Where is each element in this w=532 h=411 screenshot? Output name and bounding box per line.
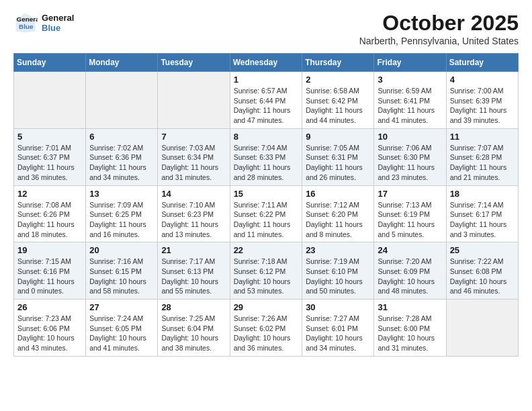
day-info: Sunrise: 7:04 AM Sunset: 6:33 PM Dayligh…: [234, 143, 299, 183]
day-number: 17: [378, 189, 442, 199]
calendar-day-20: 20Sunrise: 7:16 AM Sunset: 6:15 PM Dayli…: [86, 242, 158, 300]
day-info: Sunrise: 7:24 AM Sunset: 6:05 PM Dayligh…: [89, 314, 154, 353]
day-number: 25: [450, 245, 515, 255]
calendar-week-row: 5Sunrise: 7:01 AM Sunset: 6:37 PM Daylig…: [14, 128, 519, 185]
day-info: Sunrise: 7:10 AM Sunset: 6:23 PM Dayligh…: [161, 200, 226, 240]
day-info: Sunrise: 7:25 AM Sunset: 6:04 PM Dayligh…: [161, 314, 226, 353]
calendar-week-row: 1Sunrise: 6:57 AM Sunset: 6:44 PM Daylig…: [14, 72, 519, 129]
title-block: October 2025 Narberth, Pennsylvania, Uni…: [359, 11, 519, 46]
calendar-day-7: 7Sunrise: 7:03 AM Sunset: 6:34 PM Daylig…: [158, 128, 230, 185]
calendar-day-27: 27Sunrise: 7:24 AM Sunset: 6:05 PM Dayli…: [86, 300, 158, 357]
day-info: Sunrise: 6:59 AM Sunset: 6:41 PM Dayligh…: [378, 86, 442, 126]
svg-text:General: General: [17, 15, 38, 23]
day-number: 22: [234, 245, 299, 255]
calendar-header-monday: Monday: [86, 54, 158, 72]
day-number: 28: [161, 302, 226, 312]
day-info: Sunrise: 7:07 AM Sunset: 6:28 PM Dayligh…: [450, 143, 515, 183]
day-number: 19: [17, 245, 82, 255]
day-number: 3: [378, 75, 442, 85]
day-info: Sunrise: 7:20 AM Sunset: 6:09 PM Dayligh…: [378, 257, 442, 296]
calendar-header-thursday: Thursday: [302, 54, 374, 72]
calendar-day-29: 29Sunrise: 7:26 AM Sunset: 6:02 PM Dayli…: [230, 300, 302, 357]
day-info: Sunrise: 7:06 AM Sunset: 6:30 PM Dayligh…: [378, 143, 442, 183]
day-info: Sunrise: 7:14 AM Sunset: 6:17 PM Dayligh…: [450, 200, 515, 240]
day-number: 6: [89, 132, 154, 142]
calendar-day-25: 25Sunrise: 7:22 AM Sunset: 6:08 PM Dayli…: [446, 242, 518, 300]
calendar-header-sunday: Sunday: [14, 54, 86, 72]
calendar-header-row: SundayMondayTuesdayWednesdayThursdayFrid…: [14, 54, 519, 72]
calendar-day-3: 3Sunrise: 6:59 AM Sunset: 6:41 PM Daylig…: [374, 72, 446, 129]
calendar-header-tuesday: Tuesday: [158, 54, 230, 72]
logo-text-blue: Blue: [42, 23, 74, 33]
calendar-header-wednesday: Wednesday: [230, 54, 302, 72]
calendar-day-empty: [158, 72, 230, 129]
day-info: Sunrise: 7:23 AM Sunset: 6:06 PM Dayligh…: [17, 314, 82, 353]
day-number: 8: [234, 132, 299, 142]
calendar-day-17: 17Sunrise: 7:13 AM Sunset: 6:19 PM Dayli…: [374, 185, 446, 242]
page-header: General Blue General Blue October 2025 N…: [13, 11, 519, 46]
calendar-day-31: 31Sunrise: 7:28 AM Sunset: 6:00 PM Dayli…: [374, 300, 446, 357]
day-number: 15: [234, 189, 299, 199]
logo-text-general: General: [42, 13, 74, 23]
logo: General Blue General Blue: [13, 11, 74, 35]
calendar-day-6: 6Sunrise: 7:02 AM Sunset: 6:36 PM Daylig…: [86, 128, 158, 185]
day-info: Sunrise: 7:13 AM Sunset: 6:19 PM Dayligh…: [378, 200, 442, 240]
day-info: Sunrise: 7:03 AM Sunset: 6:34 PM Dayligh…: [161, 143, 226, 183]
calendar-day-8: 8Sunrise: 7:04 AM Sunset: 6:33 PM Daylig…: [230, 128, 302, 185]
day-info: Sunrise: 6:57 AM Sunset: 6:44 PM Dayligh…: [234, 86, 299, 126]
day-number: 9: [306, 132, 370, 142]
calendar-week-row: 12Sunrise: 7:08 AM Sunset: 6:26 PM Dayli…: [14, 185, 519, 242]
day-info: Sunrise: 7:19 AM Sunset: 6:10 PM Dayligh…: [306, 257, 370, 296]
calendar-week-row: 19Sunrise: 7:15 AM Sunset: 6:16 PM Dayli…: [14, 242, 519, 300]
day-number: 23: [306, 245, 370, 255]
calendar-day-19: 19Sunrise: 7:15 AM Sunset: 6:16 PM Dayli…: [14, 242, 86, 300]
logo-icon: General Blue: [13, 11, 38, 35]
day-info: Sunrise: 6:58 AM Sunset: 6:42 PM Dayligh…: [306, 86, 370, 126]
calendar-day-4: 4Sunrise: 7:00 AM Sunset: 6:39 PM Daylig…: [446, 72, 518, 129]
calendar-day-11: 11Sunrise: 7:07 AM Sunset: 6:28 PM Dayli…: [446, 128, 518, 185]
day-info: Sunrise: 7:18 AM Sunset: 6:12 PM Dayligh…: [234, 257, 299, 296]
month-title: October 2025: [359, 11, 519, 36]
calendar-day-13: 13Sunrise: 7:09 AM Sunset: 6:25 PM Dayli…: [86, 185, 158, 242]
day-number: 27: [89, 302, 154, 312]
day-info: Sunrise: 7:22 AM Sunset: 6:08 PM Dayligh…: [450, 257, 515, 296]
calendar-day-9: 9Sunrise: 7:05 AM Sunset: 6:31 PM Daylig…: [302, 128, 374, 185]
calendar-day-24: 24Sunrise: 7:20 AM Sunset: 6:09 PM Dayli…: [374, 242, 446, 300]
day-info: Sunrise: 7:15 AM Sunset: 6:16 PM Dayligh…: [17, 257, 82, 296]
day-number: 24: [378, 245, 442, 255]
calendar-day-empty: [86, 72, 158, 129]
calendar-day-26: 26Sunrise: 7:23 AM Sunset: 6:06 PM Dayli…: [14, 300, 86, 357]
location-subtitle: Narberth, Pennsylvania, United States: [359, 36, 519, 46]
day-info: Sunrise: 7:28 AM Sunset: 6:00 PM Dayligh…: [378, 314, 442, 353]
calendar-day-16: 16Sunrise: 7:12 AM Sunset: 6:20 PM Dayli…: [302, 185, 374, 242]
calendar-day-5: 5Sunrise: 7:01 AM Sunset: 6:37 PM Daylig…: [14, 128, 86, 185]
day-info: Sunrise: 7:05 AM Sunset: 6:31 PM Dayligh…: [306, 143, 370, 183]
day-info: Sunrise: 7:26 AM Sunset: 6:02 PM Dayligh…: [234, 314, 299, 353]
calendar-day-28: 28Sunrise: 7:25 AM Sunset: 6:04 PM Dayli…: [158, 300, 230, 357]
calendar-day-2: 2Sunrise: 6:58 AM Sunset: 6:42 PM Daylig…: [302, 72, 374, 129]
day-number: 30: [306, 302, 370, 312]
day-number: 10: [378, 132, 442, 142]
day-number: 29: [234, 302, 299, 312]
calendar-table: SundayMondayTuesdayWednesdayThursdayFrid…: [13, 53, 519, 357]
day-info: Sunrise: 7:01 AM Sunset: 6:37 PM Dayligh…: [17, 143, 82, 183]
calendar-header-friday: Friday: [374, 54, 446, 72]
day-number: 20: [89, 245, 154, 255]
day-number: 2: [306, 75, 370, 85]
day-number: 5: [17, 132, 82, 142]
calendar-day-empty: [14, 72, 86, 129]
day-info: Sunrise: 7:12 AM Sunset: 6:20 PM Dayligh…: [306, 200, 370, 240]
calendar-day-23: 23Sunrise: 7:19 AM Sunset: 6:10 PM Dayli…: [302, 242, 374, 300]
calendar-day-10: 10Sunrise: 7:06 AM Sunset: 6:30 PM Dayli…: [374, 128, 446, 185]
calendar-day-22: 22Sunrise: 7:18 AM Sunset: 6:12 PM Dayli…: [230, 242, 302, 300]
day-number: 16: [306, 189, 370, 199]
day-number: 31: [378, 302, 442, 312]
calendar-day-21: 21Sunrise: 7:17 AM Sunset: 6:13 PM Dayli…: [158, 242, 230, 300]
calendar-day-15: 15Sunrise: 7:11 AM Sunset: 6:22 PM Dayli…: [230, 185, 302, 242]
calendar-day-30: 30Sunrise: 7:27 AM Sunset: 6:01 PM Dayli…: [302, 300, 374, 357]
day-info: Sunrise: 7:17 AM Sunset: 6:13 PM Dayligh…: [161, 257, 226, 296]
day-info: Sunrise: 7:27 AM Sunset: 6:01 PM Dayligh…: [306, 314, 370, 353]
calendar-day-12: 12Sunrise: 7:08 AM Sunset: 6:26 PM Dayli…: [14, 185, 86, 242]
calendar-day-empty: [446, 300, 518, 357]
day-number: 13: [89, 189, 154, 199]
